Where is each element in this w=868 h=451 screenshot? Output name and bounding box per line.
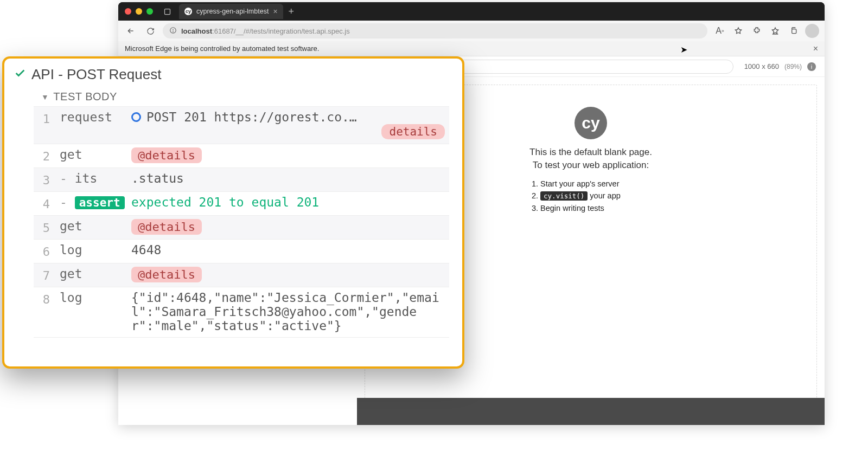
blank-page-line1: This is the default blank page. — [529, 147, 652, 158]
address-bar[interactable]: localhost:61687/__/#/tests/integration/t… — [163, 23, 707, 38]
favorites-star-icon[interactable] — [731, 24, 745, 38]
command-message: @details — [131, 267, 445, 282]
close-banner-icon[interactable]: × — [813, 44, 818, 54]
test-title-row[interactable]: API - POST Request — [14, 66, 452, 83]
line-number: 5 — [34, 219, 50, 235]
test-body-callout: API - POST Request ▼ TEST BODY 1requestP… — [2, 56, 464, 369]
close-tab-icon[interactable]: × — [273, 7, 277, 16]
tab-overview-icon[interactable] — [161, 5, 174, 18]
command-log-row[interactable]: 8log{"id":4648,"name":"Jessica_Cormier",… — [34, 287, 449, 338]
command-message: expected 201 to equal 201 — [131, 195, 445, 209]
reload-button[interactable] — [143, 24, 157, 38]
command-log-row[interactable]: 5get@details — [34, 216, 449, 240]
command-name: request — [50, 110, 131, 124]
pass-check-icon — [14, 66, 26, 83]
command-log-row[interactable]: 7get@details — [34, 263, 449, 287]
minimize-window-icon[interactable] — [136, 8, 142, 15]
viewport-percent: (89%) — [784, 63, 802, 70]
line-number: 1 — [34, 110, 50, 126]
test-title: API - POST Request — [31, 66, 161, 83]
close-window-icon[interactable] — [125, 8, 131, 15]
command-name: get — [50, 147, 131, 162]
command-log-row[interactable]: 3- its.status — [34, 168, 449, 192]
line-number: 3 — [34, 171, 50, 187]
command-message: {"id":4648,"name":"Jessica_Cormier","ema… — [131, 291, 445, 333]
favorites-bar-icon[interactable] — [768, 24, 782, 38]
command-name: log — [50, 291, 131, 305]
viewport-dimensions: 1000 x 660 — [744, 62, 779, 70]
mouse-cursor-icon: ➤ — [680, 44, 687, 55]
default-blank-page: cy This is the default blank page. To te… — [529, 107, 652, 216]
command-name: get — [50, 267, 131, 281]
maximize-window-icon[interactable] — [146, 8, 153, 15]
step-3: Begin writing tests — [540, 204, 652, 212]
cy-visit-code: cy.visit() — [540, 191, 588, 201]
command-log-row[interactable]: 4- assertexpected 201 to equal 201 — [34, 192, 449, 216]
command-message: @details — [131, 147, 445, 163]
details-pill[interactable]: details — [381, 124, 445, 139]
extensions-icon[interactable] — [750, 24, 764, 38]
command-log-row[interactable]: 2get@details — [34, 144, 449, 168]
site-info-icon[interactable] — [169, 27, 177, 36]
step-1: Start your app's server — [540, 179, 652, 188]
url-text: localhost:61687/__/#/tests/integration/t… — [181, 27, 350, 35]
xhr-indicator-icon — [131, 112, 141, 122]
automation-banner: Microsoft Edge is being controlled by au… — [118, 41, 825, 56]
read-aloud-icon[interactable]: A» — [713, 24, 727, 38]
tab-title: cypress-gen-api-lmbtest — [196, 8, 269, 15]
test-body-label: TEST BODY — [53, 91, 117, 103]
back-button[interactable] — [124, 24, 138, 38]
automation-banner-text: Microsoft Edge is being controlled by au… — [125, 44, 319, 53]
test-body-header[interactable]: ▼ TEST BODY — [14, 91, 452, 103]
line-number: 6 — [34, 243, 50, 259]
alias-pill: @details — [131, 147, 202, 163]
browser-tab[interactable]: cy cypress-gen-api-lmbtest × — [179, 4, 283, 19]
line-number: 7 — [34, 267, 50, 282]
command-name: log — [50, 243, 131, 257]
command-message: 4648 — [131, 243, 445, 257]
command-message: @details — [131, 219, 445, 235]
command-log-row[interactable]: 1requestPOST 201 https://gorest.co.…deta… — [34, 107, 449, 144]
alias-pill: @details — [131, 267, 202, 282]
step-2: cy.visit() your app — [540, 191, 652, 201]
line-number: 8 — [34, 291, 50, 306]
profile-avatar[interactable] — [805, 24, 819, 38]
aut-bottom-shade — [357, 398, 825, 425]
svg-rect-3 — [792, 29, 796, 34]
cypress-favicon-icon: cy — [184, 8, 192, 15]
svg-point-2 — [173, 31, 174, 32]
svg-rect-0 — [164, 9, 170, 14]
line-number: 4 — [34, 195, 50, 211]
browser-toolbar: localhost:61687/__/#/tests/integration/t… — [118, 21, 825, 41]
command-message: .status — [131, 171, 445, 185]
command-name: - its — [50, 171, 131, 185]
alias-pill: @details — [131, 219, 202, 235]
toolbar-right: A» — [713, 24, 819, 38]
blank-page-line2: To test your web application: — [529, 160, 652, 171]
line-number: 2 — [34, 147, 50, 163]
command-message: POST 201 https://gorest.co.…details — [131, 110, 445, 139]
cypress-logo-icon: cy — [575, 107, 607, 139]
command-log: 1requestPOST 201 https://gorest.co.…deta… — [34, 106, 449, 338]
command-log-row[interactable]: 6log4648 — [34, 240, 449, 263]
command-name: - assert — [50, 195, 131, 209]
new-tab-button[interactable]: + — [289, 6, 295, 17]
viewport-info-icon[interactable]: i — [807, 62, 816, 71]
caret-down-icon: ▼ — [41, 93, 49, 101]
tab-strip: cy cypress-gen-api-lmbtest × + — [118, 2, 825, 21]
command-name: get — [50, 219, 131, 233]
collections-icon[interactable] — [787, 24, 801, 38]
window-controls — [125, 8, 153, 15]
